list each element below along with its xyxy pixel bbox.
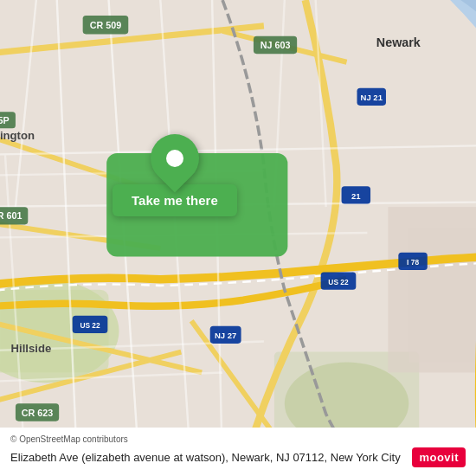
map-pin [140,124,209,192]
svg-text:G5P: G5P [0,115,10,125]
svg-text:CR 509: CR 509 [90,20,121,30]
svg-rect-6 [408,228,476,362]
location-info-row: Elizabeth Ave (elizabeth avenue at watso… [10,447,466,467]
svg-text:Hillside: Hillside [10,342,51,355]
svg-text:US 22: US 22 [328,278,349,286]
osm-credit: © OpenStreetMap contributors [10,434,466,444]
svg-text:CR 601: CR 601 [0,210,22,221]
svg-text:21: 21 [351,191,361,201]
map-container: CR 509 G5P CR 601 CR 623 NJ 21 21 NJ 603… [0,0,476,476]
map-background: CR 509 G5P CR 601 CR 623 NJ 21 21 NJ 603… [0,0,476,476]
map-pin-inner [166,150,183,167]
svg-text:US 22: US 22 [80,321,100,330]
moovit-logo: moovit [412,447,466,467]
svg-text:Newark: Newark [376,35,421,49]
svg-text:NJ 21: NJ 21 [360,93,383,102]
moovit-label: moovit [412,447,466,467]
location-name: Elizabeth Ave (elizabeth avenue at watso… [10,451,402,464]
location-pin-button-group[interactable]: Take me there [113,134,237,216]
osm-text: OpenStreetMap contributors [16,434,127,444]
svg-text:I 78: I 78 [407,258,419,267]
svg-text:Irvington: Irvington [0,129,35,142]
svg-text:CR 623: CR 623 [22,408,53,418]
svg-text:NJ 27: NJ 27 [215,331,236,340]
bottom-bar: © OpenStreetMap contributors Elizabeth A… [0,428,476,476]
svg-text:NJ 603: NJ 603 [261,40,291,50]
